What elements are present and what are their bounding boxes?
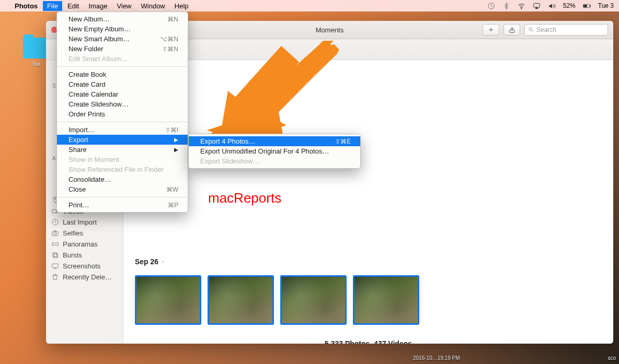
content-area: Sep 26 5,333 Photos, 437 Videos Updated … [123,60,613,344]
share-button[interactable] [503,24,520,36]
file-menu-item[interactable]: Print…⌘P [57,200,188,210]
export-submenu-item[interactable]: Export 4 Photos…⇧⌘E [189,136,360,146]
svg-rect-9 [52,209,56,213]
menu-item-label: New Smart Album… [68,35,130,43]
desktop-file-caption: sco [607,355,616,361]
library-summary: 5,333 Photos, 437 Videos Updated Just No… [135,339,602,344]
sidebar-item-bursts[interactable]: Bursts [46,250,123,261]
menu-item-label: Show in Moment [68,156,119,163]
moment-date-header[interactable]: Sep 26 [135,257,602,266]
menu-file[interactable]: File [43,1,62,11]
photo-thumbnail[interactable] [208,275,274,325]
menu-item-label: Print… [68,201,89,209]
menu-item-shortcut: ⌘P [168,202,178,209]
menu-edit[interactable]: Edit [67,2,79,10]
sidebar-item-screenshots[interactable]: Screenshots [46,261,123,272]
menu-image[interactable]: Image [88,2,107,10]
svg-point-8 [54,198,56,200]
export-submenu-item: Export Slideshow… [189,156,360,166]
clock[interactable]: Tue 3 [598,2,614,9]
burst-icon [51,251,59,259]
annotation-watermark: macReports [208,190,281,206]
export-submenu-item[interactable]: Export Unmodified Original For 4 Photos… [189,146,360,156]
camera-icon [51,229,59,237]
window-title: Moments [316,26,343,34]
menu-item-shortcut: ⌘W [166,186,178,193]
menu-item-label: Edit Smart Album… [68,55,128,63]
file-menu-item[interactable]: Create Book [57,69,188,79]
menu-item-shortcut: ⌘N [167,16,178,23]
sidebar-item-label: Recently Dele… [63,273,112,281]
menu-item-label: New Album… [68,15,110,23]
svg-point-7 [529,28,532,31]
menu-item-label: New Empty Album… [68,25,131,33]
photo-thumbnail[interactable] [280,275,347,325]
file-menu-item[interactable]: Close⌘W [57,184,188,194]
app-name[interactable]: Photos [15,2,38,10]
svg-point-1 [521,8,522,8]
photo-thumbnail[interactable] [353,275,419,325]
sidebar-item-selfies[interactable]: Selfies [46,228,123,239]
menu-item-label: Create Slideshow… [68,100,129,108]
menu-item-shortcut: ⇧⌘E [335,138,351,145]
menu-item-label: Import… [68,126,95,134]
search-icon [528,27,534,33]
menu-window[interactable]: Window [141,2,165,10]
photo-thumbnail[interactable] [135,275,201,325]
file-menu-item[interactable]: Create Calendar [57,89,188,99]
volume-icon[interactable] [548,2,556,10]
battery-icon[interactable] [583,2,591,10]
menu-item-label: Create Book [68,71,106,78]
battery-percent[interactable]: 52% [563,2,576,9]
bluetooth-icon[interactable] [502,2,510,10]
search-input[interactable]: Search [524,24,608,36]
sidebar-item-last-import[interactable]: Last Import [46,217,123,228]
menu-item-label: Consolidate… [68,175,111,183]
desktop-file-caption: 2016-10…19.19 PM [413,355,460,361]
file-menu-item[interactable]: Import…⇧⌘I [57,125,188,135]
menu-item-shortcut: ⌥⌘N [160,36,178,43]
airplay-icon[interactable] [533,2,541,10]
svg-point-12 [54,232,56,235]
svg-rect-14 [54,254,58,258]
submenu-arrow-icon: ▶ [174,147,178,152]
system-menubar: Photos File Edit Image View Window Help … [0,0,619,11]
add-button[interactable]: ＋ [483,24,499,36]
file-menu-item[interactable]: New Empty Album… [57,24,188,34]
file-menu-item[interactable]: Create Card [57,79,188,89]
chevron-right-icon [161,259,166,264]
screenshot-icon [51,262,59,270]
menu-item-label: Order Prints [68,110,105,118]
menu-item-shortcut: ⇧⌘N [162,45,178,53]
search-placeholder: Search [536,26,556,33]
file-menu-item[interactable]: New Smart Album…⌥⌘N [57,34,188,44]
menu-view[interactable]: View [117,2,132,10]
desktop-folder-label: fax [33,61,41,67]
sidebar-item-label: Panoramas [63,240,97,248]
time-machine-icon[interactable] [487,2,495,10]
menu-help[interactable]: Help [175,2,189,10]
file-menu-item[interactable]: Share▶ [57,145,188,155]
sidebar-item-panoramas[interactable]: Panoramas [46,239,123,250]
sidebar-item-label: Selfies [63,229,83,237]
sidebar-item-recently-deleted[interactable]: Recently Dele… [46,272,123,283]
menu-item-label: Export 4 Photos… [200,137,256,145]
sidebar-item-label: Screenshots [63,262,100,270]
file-menu: New Album…⌘NNew Empty Album…New Smart Al… [56,11,188,213]
file-menu-item[interactable]: New Album…⌘N [57,14,188,24]
wifi-icon[interactable] [518,2,525,10]
library-counts: 5,333 Photos, 437 Videos [135,339,602,344]
file-menu-item[interactable]: New Folder⇧⌘N [57,44,188,54]
menu-item-label: Show Referenced File in Finder [68,166,164,173]
file-menu-item[interactable]: Create Slideshow… [57,99,188,109]
menu-item-label: Create Calendar [68,90,118,98]
submenu-arrow-icon: ▶ [174,137,178,143]
file-menu-item[interactable]: Export▶ [57,135,188,145]
thumbnail-row [135,275,602,325]
menu-item-label: New Folder [68,45,103,53]
file-menu-item[interactable]: Consolidate… [57,174,188,184]
menu-item-label: Export Unmodified Original For 4 Photos… [200,147,329,155]
menu-item-shortcut: ⇧⌘I [165,126,178,134]
share-icon [509,27,515,33]
file-menu-item[interactable]: Order Prints [57,109,188,119]
